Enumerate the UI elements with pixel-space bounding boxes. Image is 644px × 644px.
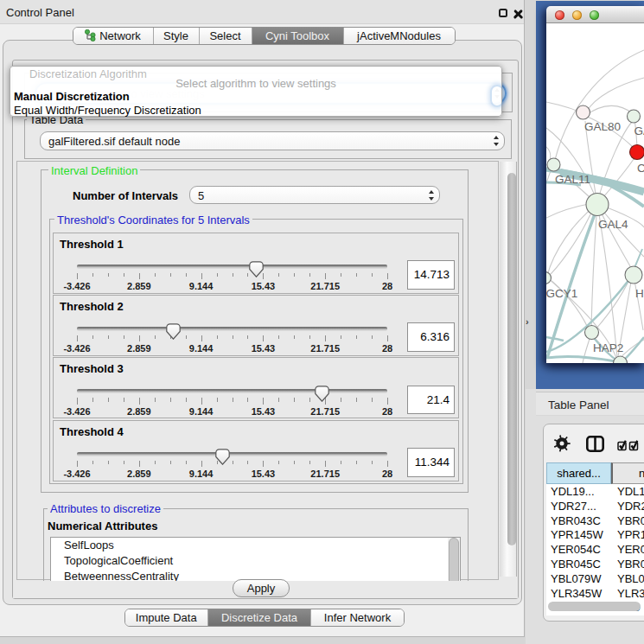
svg-text:GAL11: GAL11 — [555, 173, 590, 186]
svg-text:GCY1: GCY1 — [546, 287, 577, 300]
svg-text:CY: CY — [637, 162, 644, 175]
svg-text:HAP2: HAP2 — [593, 341, 623, 354]
svg-text:GA: GA — [634, 124, 644, 137]
svg-text:GAL80: GAL80 — [584, 120, 621, 133]
svg-text:GAL4: GAL4 — [598, 218, 628, 231]
svg-text:H: H — [635, 287, 644, 300]
